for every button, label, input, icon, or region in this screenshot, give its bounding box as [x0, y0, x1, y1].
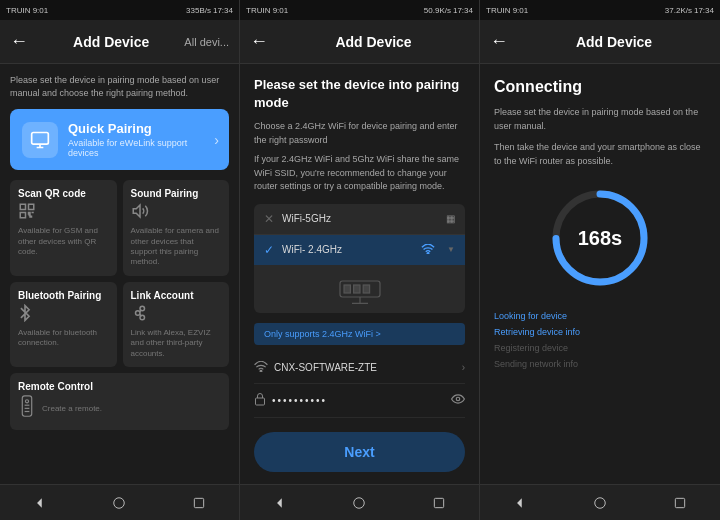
- timer-circle-container: 168s: [494, 188, 706, 288]
- status-bar-1: TRUIN 9:01 335B/s 17:34: [0, 0, 239, 20]
- quick-pairing-icon: [22, 122, 58, 158]
- panel2-body: Please set the device into pairing mode …: [240, 64, 479, 484]
- connecting-desc2: Then take the device and your smartphone…: [494, 141, 706, 168]
- status-left-3: TRUIN 9:01: [486, 6, 528, 15]
- status-left-2: TRUIN 9:01: [246, 6, 288, 15]
- link-account-icon-row: [131, 304, 222, 325]
- svg-line-7: [139, 309, 140, 312]
- bluetooth-pairing-item[interactable]: Bluetooth Pairing Available for bluetoot…: [10, 282, 117, 367]
- time-2: 17:34: [453, 6, 473, 15]
- link-account-icon: [131, 304, 149, 325]
- back-button-3[interactable]: ←: [490, 31, 508, 52]
- svg-rect-34: [675, 498, 684, 507]
- connecting-title: Connecting: [494, 78, 706, 96]
- status-right-1: 335B/s 17:34: [186, 6, 233, 15]
- timer-circle: 168s: [550, 188, 650, 288]
- page-title-2: Add Device: [278, 34, 469, 50]
- recent-nav-3[interactable]: [668, 491, 692, 515]
- top-bar-3: ← Add Device: [480, 20, 720, 64]
- svg-rect-19: [344, 285, 350, 293]
- status-left-1: TRUIN 9:01: [6, 6, 48, 15]
- sound-pairing-icon: [131, 202, 149, 223]
- lock-icon: [254, 392, 266, 409]
- wifi-24ghz-option[interactable]: ✓ WiFi- 2.4GHz ▼: [254, 235, 465, 265]
- recent-nav-1[interactable]: [187, 491, 211, 515]
- wifi-5ghz-option[interactable]: ✕ WiFi-5GHz ▦: [254, 204, 465, 234]
- recent-nav-2[interactable]: [427, 491, 451, 515]
- back-nav-1[interactable]: [28, 491, 52, 515]
- scan-qr-icon: [18, 202, 36, 223]
- battery-3: 37.2K/s: [665, 6, 692, 15]
- page-title-3: Add Device: [518, 34, 710, 50]
- svg-rect-0: [32, 132, 49, 144]
- quick-pairing-text: Quick Pairing Available for eWeLink supp…: [68, 121, 217, 158]
- time-3: 17:34: [694, 6, 714, 15]
- bluetooth-icon-row: [18, 304, 109, 325]
- only-24ghz-label: Only supports 2.4GHz WiFi >: [264, 329, 381, 339]
- password-row[interactable]: ••••••••••: [254, 384, 465, 418]
- quick-pairing-subtitle: Available for eWeLink support devices: [68, 138, 217, 158]
- eye-toggle-icon[interactable]: [451, 394, 465, 406]
- svg-rect-1: [20, 204, 25, 209]
- quick-pairing-card[interactable]: Quick Pairing Available for eWeLink supp…: [10, 109, 229, 170]
- bluetooth-icon: [18, 304, 32, 325]
- connecting-desc1: Please set the device in pairing mode ba…: [494, 106, 706, 133]
- battery-2: 50.9K/s: [424, 6, 451, 15]
- back-button-1[interactable]: ←: [10, 31, 28, 52]
- scan-qr-sub: Available for GSM and other devices with…: [18, 226, 109, 257]
- svg-rect-16: [194, 498, 203, 507]
- svg-point-28: [354, 497, 365, 508]
- wifi-selector: ✕ WiFi-5GHz ▦ ✓ WiFi- 2.4GHz ▼: [254, 204, 465, 313]
- svg-rect-2: [29, 204, 34, 209]
- back-nav-3[interactable]: [508, 491, 532, 515]
- svg-rect-3: [20, 213, 25, 218]
- home-nav-3[interactable]: [588, 491, 612, 515]
- back-nav-2[interactable]: [268, 491, 292, 515]
- wifi-5ghz-signal-icon: ▦: [446, 213, 455, 224]
- svg-point-24: [260, 370, 262, 372]
- svg-point-4: [135, 311, 140, 316]
- home-nav-2[interactable]: [347, 491, 371, 515]
- scan-qr-item[interactable]: Scan QR code Available for GSM and other…: [10, 180, 117, 276]
- remote-control-title: Remote Control: [18, 381, 221, 392]
- svg-point-15: [114, 497, 125, 508]
- panel3-body: Connecting Please set the device in pair…: [480, 64, 720, 484]
- only-24ghz-button[interactable]: Only supports 2.4GHz WiFi >: [254, 323, 465, 345]
- carrier-3: TRUIN 9:01: [486, 6, 528, 15]
- bottom-nav-2: [240, 484, 479, 520]
- svg-rect-29: [434, 498, 443, 507]
- status-bar-3: TRUIN 9:01 37.2K/s 17:34: [480, 0, 720, 20]
- svg-point-10: [25, 400, 28, 403]
- wifi-24ghz-name: WiFi- 2.4GHz: [282, 244, 413, 255]
- link-account-item[interactable]: Link Account Link with Alexa, EZVIZ and …: [123, 282, 230, 367]
- svg-marker-14: [37, 498, 42, 507]
- link-account-sub: Link with Alexa, EZVIZ and other third-p…: [131, 328, 222, 359]
- password-field[interactable]: ••••••••••: [272, 395, 445, 406]
- svg-rect-9: [22, 396, 31, 416]
- next-button[interactable]: Next: [254, 432, 465, 472]
- svg-line-8: [139, 314, 140, 317]
- wifi-network-row[interactable]: CNX-SOFTWARE-ZTE ›: [254, 353, 465, 384]
- remote-control-item[interactable]: Remote Control Create a remote.: [10, 373, 229, 430]
- bottom-nav-3: [480, 484, 720, 520]
- bottom-nav-1: [0, 484, 239, 520]
- filter-label-1[interactable]: All devi...: [184, 36, 229, 48]
- hint-text: Please set the device in pairing mode ba…: [10, 74, 229, 99]
- timer-text: 168s: [578, 227, 623, 250]
- home-nav-1[interactable]: [107, 491, 131, 515]
- carrier-2: TRUIN 9:01: [246, 6, 288, 15]
- wifi-5ghz-name: WiFi-5GHz: [282, 213, 438, 224]
- time-1: 17:34: [213, 6, 233, 15]
- top-bar-2: ← Add Device: [240, 20, 479, 64]
- back-button-2[interactable]: ←: [250, 31, 268, 52]
- sound-pairing-item[interactable]: Sound Pairing Available for camera and o…: [123, 180, 230, 276]
- svg-marker-27: [277, 498, 282, 507]
- status-right-2: 50.9K/s 17:34: [424, 6, 473, 15]
- link-account-title: Link Account: [131, 290, 222, 301]
- sound-pairing-sub: Available for camera and other devices t…: [131, 226, 222, 268]
- wifi-24ghz-check-icon: ✓: [264, 243, 274, 257]
- wifi-network-arrow: ›: [462, 362, 465, 373]
- panel1-body: Please set the device in pairing mode ba…: [0, 64, 239, 484]
- sound-pairing-icon-row: [131, 202, 222, 223]
- step-sending: Sending network info: [494, 356, 706, 372]
